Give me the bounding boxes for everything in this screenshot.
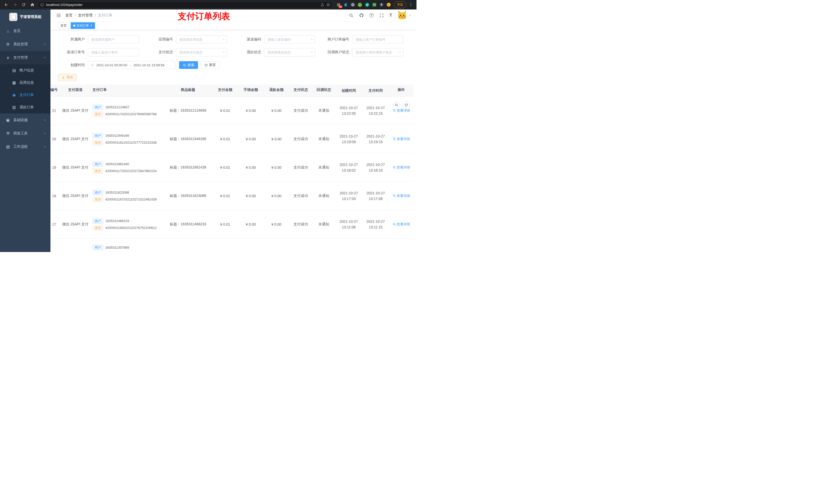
table-header: 编号 支付渠道 支付订单 商品标题 支付金额 手续金额 退款金额 支付状态 回调… (50, 85, 413, 97)
order-id: 18 (50, 194, 61, 198)
pay-amount: ¥ 0.01 (212, 137, 238, 141)
sidebar-item-system[interactable]: ⚙ 系统管理 (0, 38, 50, 51)
filter-merchant: 所属商户 (60, 35, 148, 44)
site-info-icon[interactable] (40, 3, 44, 7)
help-icon[interactable]: ? (370, 13, 374, 18)
pay-channel: 微信 JSAPI 支付 (61, 165, 89, 170)
channel-order-no-input[interactable] (88, 48, 139, 56)
pay-order-cell: 商户 1635311823086 支付 42000011672021102710… (89, 189, 164, 203)
sidebar-toggle-icon[interactable] (54, 13, 63, 18)
view-detail-link[interactable]: 查看详情 (393, 194, 410, 198)
tab-pay-order[interactable]: 支付订单 × (71, 22, 95, 29)
table-row: 19 微信 JSAPI 支付 商户 1635311881440 支付 42000… (50, 153, 413, 182)
search-icon (183, 64, 186, 67)
sidebar-item-home[interactable]: ⌂ 首页 (0, 24, 50, 38)
extension-icon-pin[interactable] (379, 3, 384, 7)
browser-update-button[interactable]: 更新 (394, 1, 406, 8)
merchant-badge: 商户 (93, 161, 103, 167)
reload-button[interactable] (20, 1, 27, 8)
monitor-icon: ▣ (5, 118, 11, 122)
tools-icon: ⚒ (5, 131, 11, 136)
reset-button[interactable]: 重置 (200, 61, 219, 69)
pay-order-no: 4200001167202110271022491439 (105, 197, 157, 201)
order-id: 17 (50, 222, 61, 226)
merchant-order-no-input[interactable] (352, 35, 403, 44)
pay-channel: 微信 JSAPI 支付 (61, 222, 89, 226)
address-bar[interactable]: localhost:1024/pay/order (38, 1, 333, 8)
sidebar-item-pay-order[interactable]: ◉ 支付订单 (0, 89, 50, 101)
filter-channel-order-no: 渠道订单号 (60, 48, 148, 56)
view-detail-link[interactable]: 查看详情 (393, 165, 410, 170)
sidebar-item-refund-order[interactable]: ▥ 退款订单 (0, 101, 50, 114)
filter-channel-code: 渠道编码 (236, 35, 324, 44)
view-detail-link[interactable]: 查看详情 (393, 137, 410, 141)
table-row: 20 微信 JSAPI 支付 商户 1635311949168 支付 42000… (50, 125, 413, 153)
product-title: 标题：1635311881439 (164, 165, 212, 170)
channel-code-select[interactable] (264, 35, 315, 44)
extension-icon-face[interactable] (386, 3, 391, 7)
fee-amount: ¥ 0.00 (238, 222, 264, 226)
extension-icon-chat-square[interactable] (372, 3, 377, 7)
app-select[interactable] (176, 35, 227, 44)
extension-icon-drop[interactable] (343, 3, 348, 7)
view-detail-link[interactable]: 查看详情 (393, 222, 410, 226)
extension-icon-globe[interactable] (351, 3, 355, 7)
pay-time: 2021-10-27 13:19:15 (362, 134, 389, 145)
search-icon (393, 222, 396, 226)
extension-icon-cluster[interactable]: 10 (336, 3, 341, 7)
merchant-select[interactable] (88, 35, 139, 44)
user-avatar-menu[interactable] (398, 11, 411, 20)
order-id: 20 (50, 137, 61, 141)
extension-icon-check-circle[interactable] (365, 3, 370, 7)
table-row: 18 微信 JSAPI 支付 商户 1635311823086 支付 42000… (50, 182, 413, 210)
forward-button[interactable] (11, 1, 19, 8)
table-body: 21 微信 JSAPI 支付 商户 1635312124657 支付 42000… (50, 97, 413, 239)
pay-amount: ¥ 0.01 (212, 222, 238, 226)
filter-row-1: 所属商户 应用编号 渠道编码 商户订单编号 (60, 35, 416, 44)
breadcrumb-pay-management[interactable]: 支付管理 (78, 13, 93, 18)
extension-icon-green-circle[interactable] (358, 3, 362, 7)
export-button[interactable]: 导出 (58, 74, 77, 81)
refund-amount: ¥ 0.00 (264, 222, 289, 226)
col-id: 编号 (50, 85, 61, 96)
breadcrumb-home[interactable]: 首页 (65, 13, 72, 18)
pay-status: 支付成功 (289, 137, 312, 141)
merchant-badge: 商户 (93, 245, 103, 250)
forward-icon (13, 3, 17, 7)
browser-menu-icon[interactable] (408, 2, 414, 7)
col-create-time: 创建时间 (335, 85, 362, 96)
sidebar-item-payment[interactable]: ¥ 支付管理 (0, 51, 50, 64)
sidebar-item-merchant-info[interactable]: ▤ 商户信息 (0, 64, 50, 77)
refund-status-select[interactable] (264, 48, 315, 56)
sidebar-item-app-info[interactable]: ▦ 应用信息 (0, 77, 50, 89)
create-time: 2021-10-27 13:18:02 (335, 162, 362, 173)
date-end: 2021-10-31 23:59:59 (134, 63, 164, 67)
github-icon[interactable] (359, 13, 364, 18)
col-notify: 回调状态 (312, 85, 335, 96)
search-icon[interactable] (349, 13, 354, 18)
product-title: 标题：1635312124656 (164, 108, 212, 113)
fullscreen-icon[interactable] (379, 13, 384, 18)
notify-status-select[interactable] (352, 48, 403, 56)
pay-order-cell: 商户 1635311949168 支付 42000011812021102777… (89, 131, 164, 147)
merchant-order-no: 1635311823086 (105, 191, 129, 194)
back-button[interactable] (3, 1, 10, 8)
close-icon[interactable]: × (90, 24, 93, 27)
sidebar-item-devtools[interactable]: ⚒ 研发工具 (0, 127, 50, 140)
briefcase-icon: ▧ (5, 144, 11, 149)
header-actions: ? T (349, 11, 411, 20)
view-detail-link[interactable]: 查看详情 (393, 108, 410, 113)
tab-home[interactable]: 首页 (58, 22, 69, 29)
share-icon[interactable] (320, 3, 324, 7)
url-text[interactable]: localhost:1024/pay/order (46, 3, 318, 7)
col-amount: 支付金额 (212, 85, 238, 96)
sidebar-item-workflow[interactable]: ▧ 工作流程 (0, 140, 50, 153)
pay-order-cell: 商户 1635311881440 支付 42000011732021102728… (89, 160, 164, 175)
sidebar-item-infrastructure[interactable]: ▣ 基础设施 (0, 114, 50, 127)
font-size-icon[interactable]: T (389, 13, 392, 18)
search-button[interactable]: 搜索 (179, 61, 198, 69)
bookmark-star-icon[interactable] (326, 3, 330, 7)
pay-status-select[interactable] (176, 48, 227, 56)
home-button[interactable] (29, 1, 36, 8)
date-range-picker[interactable]: 2021-10-01 00:00:00 - 2021-10-31 23:59:5… (88, 61, 175, 69)
